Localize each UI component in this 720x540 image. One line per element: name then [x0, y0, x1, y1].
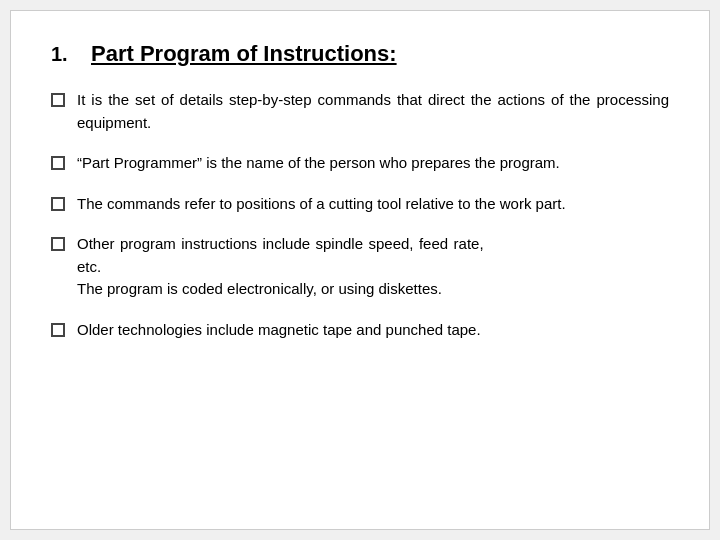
- list-item: Older technologies include magnetic tape…: [51, 319, 669, 342]
- slide: 1. Part Program of Instructions: It is t…: [10, 10, 710, 530]
- title-number: 1.: [51, 43, 79, 66]
- bullet-icon: [51, 93, 65, 107]
- bullet-text: “Part Programmer” is the name of the per…: [77, 152, 669, 175]
- title-row: 1. Part Program of Instructions:: [51, 41, 669, 67]
- bullet-text: It is the set of details step-by-step co…: [77, 89, 669, 134]
- list-item: It is the set of details step-by-step co…: [51, 89, 669, 134]
- bullet-text: Other program instructions include spind…: [77, 233, 669, 301]
- bullet-icon: [51, 323, 65, 337]
- slide-title: Part Program of Instructions:: [91, 41, 397, 67]
- bullet-icon: [51, 237, 65, 251]
- bullet-text: The commands refer to positions of a cut…: [77, 193, 669, 216]
- list-item: The commands refer to positions of a cut…: [51, 193, 669, 216]
- bullet-icon: [51, 156, 65, 170]
- bullet-icon: [51, 197, 65, 211]
- bullet-text: Older technologies include magnetic tape…: [77, 319, 669, 342]
- list-item: “Part Programmer” is the name of the per…: [51, 152, 669, 175]
- list-item: Other program instructions include spind…: [51, 233, 669, 301]
